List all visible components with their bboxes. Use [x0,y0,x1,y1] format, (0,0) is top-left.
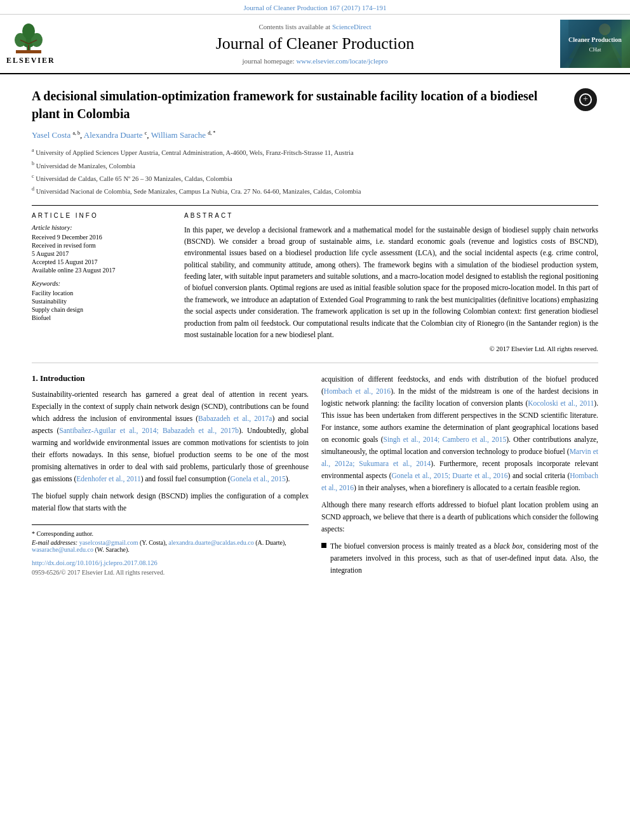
section-divider-1 [32,205,598,206]
journal-homepage: journal homepage: www.elsevier.com/locat… [243,57,388,65]
abstract-text: In this paper, we develop a decisional f… [184,224,598,341]
journal-title: Journal of Cleaner Production [216,34,415,53]
affiliation-c: c Universidad de Caldas, Calle 65 Nº 26 … [32,173,598,184]
keyword-0: Facility location [32,290,171,297]
history-received: Received 9 December 2016 [32,234,171,241]
bullet-icon [321,543,326,548]
intro-heading: 1. Introduction [32,373,309,383]
email-william[interactable]: wasarache@unal.edu.co [32,546,93,553]
ref-kocoloski[interactable]: Kocoloski et al., 2011 [528,399,594,407]
ref-gonela-env[interactable]: Gonela et al., 2015; Duarte et al., 2016 [392,472,508,479]
elsevier-tree-icon [6,20,51,55]
svg-point-12 [599,23,610,35]
article-info-heading: ARTICLE INFO [32,212,171,219]
right-para-1: acquisition of different feedstocks, and… [321,373,598,494]
footnote-section: * Corresponding author. E-mail addresses… [32,524,309,553]
history-label: Article history: [32,224,171,231]
authors-line: Yasel Costa a, b, Alexandra Duarte c, Wi… [32,130,598,140]
body-divider [32,363,598,363]
ref-edenhofer[interactable]: Edenhofer et al., 2011 [76,475,140,483]
homepage-link[interactable]: www.elsevier.com/locate/jclepro [296,57,387,65]
ref-marvin[interactable]: Marvin et al., 2012a; Sukumara et al., 2… [321,448,598,467]
ref-hombach[interactable]: Hombach et al., 2016 [324,387,391,395]
history-revised-label: Received in revised form [32,242,171,249]
bullet-item-1: The biofuel conversion process is mainly… [321,540,598,577]
svg-rect-8 [16,50,41,53]
homepage-label: journal homepage: [243,57,297,65]
badge-chat-text: CHat [589,46,601,53]
history-revised-date: 5 August 2017 [32,250,171,257]
sciencedirect-line: Contents lists available at ScienceDirec… [258,23,371,30]
affiliation-b: b Universidad de Manizales, Colombia [32,160,598,171]
badge-area: Cleaner Production CHat [560,20,630,68]
author-yasel[interactable]: Yasel Costa [32,130,70,140]
affiliations: a University of Applied Sciences Upper A… [32,147,598,197]
crossmark-logo[interactable] [573,87,598,112]
crossmark-circle [574,88,597,111]
abstract-heading: ABSTRACT [184,212,598,219]
intro-para-2: The biofuel supply chain network design … [32,490,309,514]
sciencedirect-link[interactable]: ScienceDirect [332,23,372,30]
crossmark-inner [579,93,592,106]
body-left-col: 1. Introduction Sustainability-oriented … [32,373,309,580]
keyword-2: Supply chain design [32,306,171,313]
issn-line: 0959-6526/© 2017 Elsevier Ltd. All right… [32,569,309,576]
article-title: A decisional simulation-optimization fra… [32,87,553,123]
elsevier-logo-area: ELSEVIER [0,20,70,68]
page-content: A decisional simulation-optimization fra… [0,74,630,593]
keywords-section: Keywords: Facility location Sustainabili… [32,280,171,321]
section-number: 1. [32,373,38,383]
body-two-col: 1. Introduction Sustainability-oriented … [32,373,598,580]
section-title: Introduction [40,373,85,383]
footnote-corresponding: * Corresponding author. [32,530,309,537]
keyword-1: Sustainability [32,298,171,305]
ref-babazadeh-2017a[interactable]: Babazadeh et al., 2017a [198,415,272,422]
article-title-section: A decisional simulation-optimization fra… [32,87,598,123]
elsevier-logo: ELSEVIER [6,20,55,65]
badge-journal-title: Cleaner Production [568,36,622,44]
journal-citation-text: Journal of Cleaner Production 167 (2017)… [244,4,387,11]
ref-singh[interactable]: Singh et al., 2014; Cambero et al., 2015 [384,436,507,443]
keywords-label: Keywords: [32,280,171,287]
cleaner-production-badge: Cleaner Production CHat [560,20,630,68]
svg-point-4 [22,23,35,39]
article-info-abstract-section: ARTICLE INFO Article history: Received 9… [32,212,598,353]
ref-gonela-2015[interactable]: Gonela et al., 2015 [231,475,286,483]
doi-link[interactable]: http://dx.doi.org/10.1016/j.jclepro.2017… [32,559,158,566]
copyright-line: © 2017 Elsevier Ltd. All rights reserved… [184,345,598,352]
elsevier-wordmark: ELSEVIER [6,56,55,65]
author-william[interactable]: William Sarache [151,130,206,140]
affiliation-d: d Universidad Nacional de Colombia, Sede… [32,185,598,197]
william-affil-sup: d, * [208,130,215,136]
right-para-2: Although there many research efforts add… [321,499,598,535]
email-label: E-mail addresses: [32,539,77,546]
history-online: Available online 23 August 2017 [32,267,171,274]
article-history: Article history: Received 9 December 201… [32,224,171,274]
body-right-col: acquisition of different feedstocks, and… [321,373,598,580]
history-accepted: Accepted 15 August 2017 [32,258,171,265]
journal-title-area: Contents lists available at ScienceDirec… [70,20,560,68]
bullet-text: The biofuel conversion process is mainly… [330,540,598,577]
badge-background-icon [560,20,630,68]
email-alexandra[interactable]: alexandra.duarte@ucaldas.edu.co [168,539,253,546]
journal-header: ELSEVIER Contents lists available at Sci… [0,15,630,74]
affiliation-a: a University of Applied Sciences Upper A… [32,147,598,158]
keyword-3: Biofuel [32,314,171,321]
article-info-column: ARTICLE INFO Article history: Received 9… [32,212,171,353]
doi-section: http://dx.doi.org/10.1016/j.jclepro.2017… [32,559,309,576]
footnote-email: E-mail addresses: yaselcosta@gmail.com (… [32,539,309,553]
yasel-affil-sup: a, b [72,130,80,136]
ref-santib[interactable]: Santibañez-Aguilar et al., 2014; Babazad… [59,427,239,434]
intro-para-1: Sustainability-oriented research has gar… [32,389,309,485]
email-yasel[interactable]: yaselcosta@gmail.com [79,539,138,546]
abstract-column: ABSTRACT In this paper, we develop a dec… [184,212,598,353]
author-alexandra[interactable]: Alexandra Duarte [84,130,143,140]
alexandra-affil-sup: c [145,130,147,136]
journal-citation-bar: Journal of Cleaner Production 167 (2017)… [0,0,630,15]
contents-text: Contents lists available at [258,23,332,30]
